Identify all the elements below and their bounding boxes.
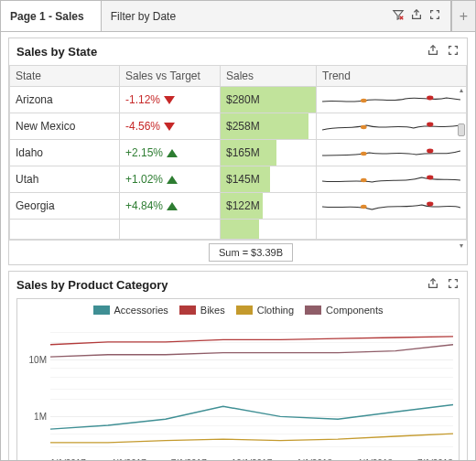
- add-tab-button[interactable]: +: [451, 1, 475, 31]
- legend-label: Clothing: [257, 305, 294, 316]
- state-table-wrap: State Sales vs Target Sales Trend Arizon…: [9, 65, 467, 264]
- cell-state: Utah: [10, 166, 120, 193]
- y-tick-label: 1M: [34, 412, 47, 422]
- legend-swatch: [305, 306, 321, 315]
- col-header-sales[interactable]: Sales: [221, 66, 317, 87]
- cell-sales: $165M: [221, 140, 317, 166]
- tab-filter-by-date[interactable]: Filter by Date: [102, 1, 451, 31]
- svg-point-6: [361, 178, 367, 182]
- svg-point-8: [361, 205, 367, 209]
- scroll-down-arrow[interactable]: ▾: [458, 242, 465, 250]
- chart-lines: [50, 319, 453, 456]
- tabs-bar: Page 1 - Sales Filter by Date: [1, 1, 475, 32]
- legend-item-bikes[interactable]: Bikes: [179, 305, 225, 316]
- y-axis-ticks: 1M10M: [23, 319, 49, 456]
- table-row[interactable]: Georgia+4.84%$122M: [10, 193, 467, 220]
- svg-point-5: [427, 149, 433, 154]
- tab-page1-sales[interactable]: Page 1 - Sales: [1, 1, 102, 31]
- legend-swatch: [93, 306, 110, 315]
- chart-plot: 1M10M: [50, 319, 453, 456]
- svg-point-9: [427, 202, 433, 207]
- cell-sales: $258M: [221, 113, 317, 140]
- table-header-row: State Sales vs Target Sales Trend: [10, 66, 467, 87]
- clear-filter-icon[interactable]: [392, 8, 405, 24]
- series-line-accessories: [50, 404, 453, 429]
- svg-point-0: [361, 99, 367, 102]
- legend-item-components[interactable]: Components: [305, 305, 383, 316]
- series-line-clothing: [50, 434, 453, 443]
- cell-trend: [317, 113, 467, 140]
- cell-vs-target: +4.84%: [120, 193, 221, 220]
- col-header-trend[interactable]: Trend: [317, 66, 467, 87]
- panel-header: Sales by Product Category: [9, 272, 467, 298]
- legend-item-accessories[interactable]: Accessories: [93, 305, 168, 316]
- triangle-up-icon: [167, 202, 178, 210]
- state-table: State Sales vs Target Sales Trend Arizon…: [9, 65, 467, 240]
- export-icon[interactable]: [419, 44, 439, 59]
- panel-header: Sales by State: [9, 38, 467, 65]
- svg-point-7: [427, 176, 433, 180]
- cell-state: New Mexico: [10, 113, 120, 140]
- legend-label: Accessories: [114, 305, 168, 316]
- triangle-down-icon: [164, 123, 175, 131]
- table-row[interactable]: Idaho+2.15%$165M: [10, 140, 467, 166]
- legend-swatch: [179, 306, 196, 315]
- chart-area: AccessoriesBikesClothingComponents 1M10M…: [16, 298, 460, 461]
- legend-label: Bikes: [200, 305, 225, 316]
- series-line-components: [50, 345, 453, 357]
- table-footer: Sum = $3.39B: [9, 240, 467, 264]
- cell-state: Georgia: [10, 193, 120, 220]
- cell-vs-target: -4.56%: [120, 113, 221, 140]
- series-line-bikes: [50, 337, 453, 345]
- col-header-vs[interactable]: Sales vs Target: [120, 66, 221, 87]
- panel-title: Sales by State: [16, 45, 97, 59]
- svg-point-1: [427, 96, 433, 101]
- table-row[interactable]: Utah+1.02%$145M: [10, 166, 467, 193]
- svg-point-4: [361, 152, 367, 155]
- panel-title: Sales by Product Category: [16, 278, 168, 292]
- legend-label: Components: [326, 305, 383, 316]
- export-icon[interactable]: [419, 277, 439, 293]
- svg-point-2: [361, 125, 367, 129]
- cell-sales: $145M: [221, 166, 317, 193]
- col-header-state[interactable]: State: [10, 66, 120, 87]
- maximize-icon[interactable]: [439, 44, 460, 59]
- cell-trend: [317, 166, 467, 193]
- cell-sales: $122M: [221, 193, 317, 220]
- export-icon[interactable]: [410, 8, 423, 24]
- y-tick-label: 10M: [29, 354, 47, 364]
- svg-point-3: [427, 123, 433, 127]
- legend-item-clothing[interactable]: Clothing: [236, 305, 294, 316]
- tab-title: Page 1 - Sales: [10, 10, 84, 23]
- triangle-up-icon: [167, 176, 178, 184]
- maximize-icon[interactable]: [439, 277, 460, 293]
- cell-trend: [317, 193, 467, 220]
- table-row-cutoff: [10, 220, 467, 240]
- table-row[interactable]: New Mexico-4.56%$258M: [10, 113, 467, 140]
- cell-trend: [317, 87, 467, 113]
- tab-title: Filter by Date: [111, 10, 176, 23]
- cell-vs-target: -1.12%: [120, 87, 221, 113]
- cell-state: Idaho: [10, 140, 120, 166]
- table-row[interactable]: Arizona-1.12%$280M: [10, 87, 467, 113]
- triangle-up-icon: [167, 149, 178, 157]
- chart-legend: AccessoriesBikesClothingComponents: [23, 305, 453, 316]
- panel-sales-by-state: Sales by State State Sales vs Target Sal…: [8, 38, 468, 265]
- panel-sales-by-category: Sales by Product Category AccessoriesBik…: [8, 271, 468, 461]
- vertical-scrollbar-thumb[interactable]: [458, 123, 465, 136]
- plus-icon: +: [460, 8, 468, 25]
- maximize-icon[interactable]: [428, 8, 441, 24]
- scroll-up-arrow[interactable]: ▴: [458, 87, 465, 94]
- cell-trend: [317, 140, 467, 166]
- cell-state: Arizona: [10, 87, 120, 113]
- triangle-down-icon: [164, 96, 175, 104]
- cell-vs-target: +2.15%: [120, 140, 221, 166]
- legend-swatch: [236, 306, 253, 315]
- cell-sales: $280M: [221, 87, 317, 113]
- sum-label: Sum = $3.39B: [209, 243, 293, 262]
- cell-vs-target: +1.02%: [120, 166, 221, 193]
